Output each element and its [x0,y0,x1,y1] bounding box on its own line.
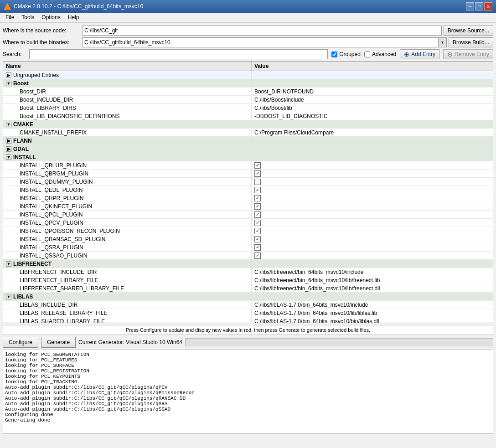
checkbox-cell[interactable] [254,244,261,251]
checkbox-cell[interactable] [254,211,261,218]
grouped-checkbox[interactable] [331,51,337,57]
table-row[interactable]: INSTALL_QPCL_PLUGIN [3,211,493,219]
td-value[interactable] [252,202,493,210]
table-row[interactable]: LIBLAS_SHARED_LIBRARY_FILE C:/libs/libLA… [3,317,493,323]
td-value[interactable] [252,194,493,202]
table-row[interactable]: INSTALL_QHPR_PLUGIN [3,194,493,202]
checkbox-cell[interactable] [254,162,261,169]
expand-icon[interactable]: ▶ [6,146,11,152]
table-row[interactable]: ▶ FLANN [3,137,493,145]
maximize-button[interactable]: □ [475,2,483,10]
expand-icon[interactable]: ▼ [6,122,11,127]
table-row[interactable]: Boost_LIBRARY_DIRS C:/libs/Boost/lib [3,104,493,112]
table-row[interactable]: Boost_DIR Boost_DIR-NOTFOUND [3,88,493,96]
expand-icon[interactable]: ▶ [6,72,11,78]
advanced-label[interactable]: Advanced [372,51,396,57]
table-row[interactable]: Boost_LIB_DIAGNOSTIC_DEFINITIONS -DBOOST… [3,112,493,120]
td-name: INSTALL_QDUMMY_PLUGIN [3,178,252,185]
advanced-checkbox[interactable] [364,51,370,57]
table-row[interactable]: ▼ CMAKE [3,120,493,129]
table-row[interactable]: INSTALL_QBRGM_PLUGIN [3,170,493,178]
menu-options[interactable]: Options [38,14,64,21]
td-value[interactable] [252,235,493,243]
checkbox-cell[interactable] [254,228,261,234]
title-controls[interactable]: ─ □ ✕ [466,2,492,10]
table-row[interactable]: ▼ INSTALL [3,153,493,161]
expand-icon[interactable]: ▼ [6,81,11,86]
configure-button[interactable]: Configure [3,337,38,348]
checkbox-cell[interactable] [254,203,261,210]
td-value[interactable] [252,219,493,227]
td-value[interactable] [252,178,493,185]
table-row[interactable]: INSTALL_QKINECT_PLUGIN [3,202,493,211]
table-row[interactable]: Boost_INCLUDE_DIR C:/libs/Boost/include [3,96,493,104]
table-row[interactable]: INSTALL_QSRA_PLUGIN [3,243,493,252]
config-table[interactable]: Name Value ▶ Ungrouped Entries ▼ Boost B… [3,61,493,323]
menu-help[interactable]: Help [64,14,83,21]
table-row[interactable]: LIBFREENECT_SHARED_LIBRARY_FILE C:/libs/… [3,284,493,293]
checkbox-cell[interactable] [254,195,261,201]
status-message: Press Configure to update and display ne… [126,327,370,333]
table-row[interactable]: INSTALL_QBLUR_PLUGIN [3,161,493,170]
table-row[interactable]: LIBLAS_RELEASE_LIBRARY_FILE C:/libs/libL… [3,309,493,317]
table-row[interactable]: INSTALL_QEDL_PLUGIN [3,186,493,194]
menu-file[interactable]: File [2,14,18,21]
search-input[interactable] [29,49,328,59]
td-value[interactable] [252,186,493,194]
td-value[interactable] [252,161,493,169]
remove-entry-button[interactable]: ⊖ Remove Entry [443,49,493,59]
table-row[interactable]: ▶ Ungrouped Entries [3,71,493,79]
table-row[interactable]: INSTALL_QDUMMY_PLUGIN [3,178,493,186]
cmake-icon [4,3,11,10]
table-row[interactable]: ▼ LIBLAS [3,293,493,301]
minimize-button[interactable]: ─ [466,2,474,10]
table-row[interactable]: ▼ LIBFREENECT [3,260,493,268]
td-value[interactable] [252,227,493,235]
td-name: ▼ INSTALL [3,153,252,161]
checkbox-cell[interactable] [254,236,261,242]
checkbox-cell[interactable] [254,252,261,259]
browse-build-button[interactable]: Browse Build... [449,37,493,47]
td-value: C:/Program Files/CloudCompare [252,129,493,136]
checkbox-cell[interactable] [254,220,261,226]
td-value[interactable] [252,252,493,259]
source-input[interactable] [82,26,442,36]
close-button[interactable]: ✕ [484,2,492,10]
build-dropdown-button[interactable]: ▼ [438,38,446,47]
browse-source-button[interactable]: Browse Source... [444,26,493,36]
td-name: ▶ GDAL [3,145,252,153]
checkbox-cell[interactable] [254,170,261,177]
expand-icon[interactable]: ▼ [6,154,11,160]
table-row[interactable]: LIBFREENECT_LIBRARY_FILE C:/libs/libfree… [3,276,493,284]
td-value[interactable] [252,211,493,218]
col-header-value: Value [252,62,493,71]
expand-icon[interactable]: ▶ [6,138,11,144]
checkbox-cell[interactable] [254,187,261,193]
expand-icon[interactable]: ▼ [6,261,11,267]
grouped-label[interactable]: Grouped [339,51,361,57]
td-value[interactable] [252,170,493,177]
menu-tools[interactable]: Tools [18,14,38,21]
build-input-wrapper: ▼ [82,37,447,47]
log-area[interactable]: looking for PCL_SEGMENTATION looking for… [3,350,493,434]
td-value [252,260,493,268]
td-name: LIBFREENECT_SHARED_LIBRARY_FILE [3,284,252,292]
table-row[interactable]: CMAKE_INSTALL_PREFIX C:/Program Files/Cl… [3,129,493,137]
table-row[interactable]: INSTALL_QPOISSON_RECON_PLUGIN [3,227,493,235]
expand-icon[interactable]: ▼ [6,294,11,299]
table-row[interactable]: INSTALL_QPCV_PLUGIN [3,219,493,227]
build-input[interactable] [83,38,438,47]
td-value[interactable] [252,243,493,251]
table-row[interactable]: ▶ GDAL [3,145,493,153]
table-row[interactable]: LIBFREENECT_INCLUDE_DIR C:/libs/libfreen… [3,268,493,276]
table-row[interactable]: LIBLAS_INCLUDE_DIR C:/libs/libLAS-1.7.0/… [3,301,493,309]
table-row[interactable]: INSTALL_QRANSAC_SD_PLUGIN [3,235,493,243]
search-toolbar: Search: Grouped Advanced ⊕ Add Entry ⊖ R… [3,49,493,59]
checkbox-cell[interactable] [254,179,261,185]
table-row[interactable]: ▼ Boost [3,79,493,88]
generate-button[interactable]: Generate [41,337,76,348]
add-entry-button[interactable]: ⊕ Add Entry [400,49,439,59]
table-row[interactable]: INSTALL_QSSAO_PLUGIN [3,252,493,260]
add-entry-label: Add Entry [411,51,435,57]
title-bar-left: CMake 2.8.10.2 - C:/libs/CC_git/build_64… [4,3,143,10]
